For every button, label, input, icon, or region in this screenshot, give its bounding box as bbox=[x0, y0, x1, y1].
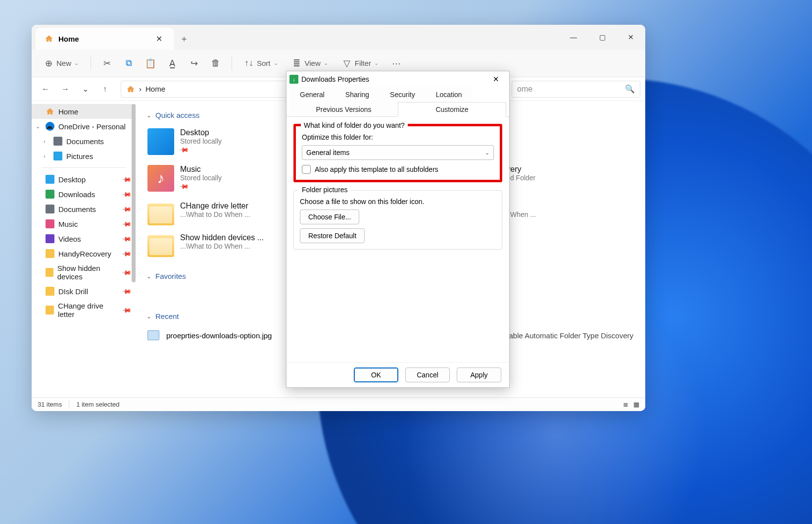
document-icon bbox=[46, 205, 54, 213]
tile-sub: ...\What to Do When ... bbox=[180, 242, 264, 250]
choose-file-button[interactable]: Choose File... bbox=[300, 210, 359, 224]
sidebar-pin-change-drive-letter[interactable]: CHange drive letter📌 bbox=[32, 299, 136, 321]
group-legend: Folder pictures bbox=[299, 186, 351, 194]
dialog-close-button[interactable]: ✕ bbox=[485, 72, 506, 86]
tile-desktop[interactable]: Desktop Stored locally 📌 bbox=[145, 126, 299, 157]
sidebar-pin-videos[interactable]: Videos📌 bbox=[32, 231, 136, 246]
close-window-button[interactable]: ✕ bbox=[617, 25, 645, 50]
folder-pictures-group: Folder pictures Choose a file to show on… bbox=[293, 190, 502, 250]
back-button[interactable]: ← bbox=[37, 80, 54, 98]
ok-button[interactable]: OK bbox=[354, 367, 398, 382]
home-icon bbox=[46, 107, 54, 116]
folder-icon bbox=[147, 235, 174, 257]
chevron-right-icon[interactable]: › bbox=[44, 138, 46, 144]
sidebar-pin-handyrecovery[interactable]: HandyRecovery📌 bbox=[32, 246, 136, 261]
sidebar-home[interactable]: Home bbox=[32, 104, 136, 119]
sidebar-pin-label: Downloads bbox=[58, 190, 95, 199]
tile-show-hidden[interactable]: Show hidden devices ... ...\What to Do W… bbox=[145, 231, 299, 257]
minimize-button[interactable]: — bbox=[559, 25, 588, 50]
downloads-icon: ↓ bbox=[289, 75, 298, 84]
section-label: Recent bbox=[155, 312, 179, 320]
tab-general[interactable]: General bbox=[289, 87, 335, 102]
sort-button[interactable]: ↑↓ Sort ⌄ bbox=[239, 55, 283, 71]
chevron-down-icon: ⌄ bbox=[274, 60, 278, 66]
sidebar-pin-label: CHange drive letter bbox=[58, 302, 119, 318]
chevron-down-icon: ⌄ bbox=[146, 112, 151, 119]
select-value: General items bbox=[306, 149, 349, 157]
chevron-down-icon: ⌄ bbox=[324, 60, 328, 66]
sidebar-pin-disk-drill[interactable]: DIsk Drill📌 bbox=[32, 284, 136, 299]
sidebar-home-label: Home bbox=[58, 107, 78, 116]
sidebar-pin-show-hidden-devices[interactable]: Show hidden devices📌 bbox=[32, 261, 136, 284]
trash-icon: 🗑 bbox=[211, 58, 221, 68]
scrollbar[interactable] bbox=[132, 104, 136, 282]
sidebar-pin-music[interactable]: Music📌 bbox=[32, 216, 136, 231]
dialog-footer: OK Cancel Apply bbox=[287, 362, 509, 387]
sidebar-pin-documents[interactable]: Documents📌 bbox=[32, 202, 136, 216]
details-view-button[interactable]: ≣ bbox=[623, 401, 628, 408]
tile-change-drive[interactable]: CHange drive letter ...\What to Do When … bbox=[145, 200, 299, 225]
maximize-button[interactable]: ▢ bbox=[588, 25, 617, 50]
filter-label: Filter bbox=[355, 59, 371, 67]
sort-icon: ↑↓ bbox=[244, 58, 254, 68]
separator bbox=[232, 56, 232, 70]
sidebar-onedrive[interactable]: ⌄ ☁ OneDrive - Personal bbox=[32, 119, 136, 134]
scissors-icon: ✂ bbox=[102, 58, 112, 68]
pin-icon: 📌 bbox=[121, 267, 132, 278]
tab-customize[interactable]: Customize bbox=[398, 102, 506, 117]
forward-button[interactable]: → bbox=[56, 80, 74, 98]
delete-button[interactable]: 🗑 bbox=[207, 55, 225, 71]
new-button[interactable]: ⊕ New ⌄ bbox=[39, 55, 84, 71]
download-icon bbox=[46, 190, 54, 199]
history-button[interactable]: ⌄ bbox=[76, 80, 94, 98]
pin-icon: 📌 bbox=[121, 305, 132, 315]
pin-icon: 📌 bbox=[121, 204, 132, 214]
new-tab-button[interactable]: ＋ bbox=[174, 28, 194, 50]
sidebar-documents[interactable]: › Documents bbox=[32, 134, 136, 149]
pin-icon: 📌 bbox=[121, 174, 132, 185]
tab-close-button[interactable]: ✕ bbox=[153, 32, 165, 46]
clipboard-icon: 📋 bbox=[145, 58, 155, 68]
up-button[interactable]: ↑ bbox=[96, 80, 114, 98]
tile-music[interactable]: ♪ Music Stored locally 📌 bbox=[145, 163, 299, 194]
more-button[interactable]: ⋯ bbox=[387, 55, 405, 71]
paste-button[interactable]: 📋 bbox=[142, 55, 159, 71]
section-label: Favorites bbox=[155, 272, 186, 280]
tab-sharing[interactable]: Sharing bbox=[335, 87, 380, 102]
downloads-properties-dialog: ↓ Downloads Properties ✕ General Sharing… bbox=[286, 71, 510, 388]
statusbar: 31 items 1 item selected ≣ ▦ bbox=[32, 397, 645, 411]
breadcrumb-home[interactable]: Home bbox=[145, 85, 165, 93]
filter-button[interactable]: ▽ Filter ⌄ bbox=[337, 55, 383, 71]
apply-subfolders-checkbox[interactable]: Also apply this template to all subfolde… bbox=[302, 165, 494, 174]
search-input[interactable]: ome 🔍 bbox=[512, 81, 640, 98]
optimize-select[interactable]: General items ⌄ bbox=[302, 145, 494, 160]
view-button[interactable]: ≣ View ⌄ bbox=[287, 55, 333, 71]
optimize-group: What kind of folder do you want? Optimiz… bbox=[293, 124, 502, 182]
cut-button[interactable]: ✂ bbox=[98, 55, 116, 71]
sidebar-pin-downloads[interactable]: Downloads📌 bbox=[32, 187, 136, 202]
tile-sub: Stored locally bbox=[180, 137, 222, 145]
apply-button[interactable]: Apply bbox=[457, 367, 501, 382]
cancel-button[interactable]: Cancel bbox=[405, 367, 450, 382]
chevron-down-icon[interactable]: ⌄ bbox=[36, 123, 40, 130]
tab-home[interactable]: Home ✕ bbox=[36, 28, 174, 50]
chevron-right-icon[interactable]: › bbox=[44, 153, 46, 159]
selection-count: 1 item selected bbox=[76, 401, 119, 408]
copy-button[interactable]: ⧉ bbox=[120, 55, 138, 71]
rename-button[interactable]: A̲ bbox=[163, 55, 181, 71]
sidebar-pictures-label: Pictures bbox=[66, 152, 93, 160]
tab-security[interactable]: Security bbox=[380, 87, 426, 102]
tab-previous-versions[interactable]: Previous Versions bbox=[289, 102, 398, 117]
pin-icon: 📌 bbox=[121, 248, 132, 259]
sidebar-pin-desktop[interactable]: Desktop📌 bbox=[32, 172, 136, 187]
checkbox-box bbox=[302, 165, 311, 174]
sidebar-pictures[interactable]: › Pictures bbox=[32, 149, 136, 163]
search-icon: 🔍 bbox=[625, 84, 635, 94]
restore-default-button[interactable]: Restore Default bbox=[300, 228, 365, 243]
picture-icon bbox=[53, 152, 62, 160]
share-button[interactable]: ↪ bbox=[185, 55, 203, 71]
dialog-title: Downloads Properties bbox=[301, 75, 369, 83]
tab-location[interactable]: Location bbox=[426, 87, 473, 102]
recent-desc: sable Automatic Folder Type Discovery bbox=[505, 331, 633, 340]
thumbnails-view-button[interactable]: ▦ bbox=[633, 401, 639, 408]
